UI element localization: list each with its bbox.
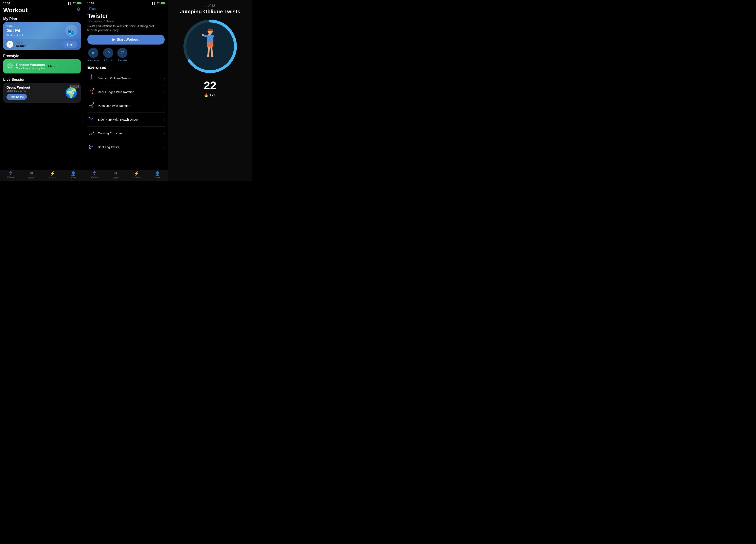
favorite-option[interactable]: Favorite (117, 48, 127, 62)
svg-point-55 (202, 34, 204, 36)
start-workout-button[interactable]: ▶ Start Workout (87, 35, 165, 44)
announcer-option[interactable]: Announcer (87, 48, 99, 62)
exercises-title: Exercises (87, 65, 165, 70)
shoe-icon: 👟 (65, 25, 77, 37)
announcer-label: Announcer (87, 59, 99, 62)
svg-rect-11 (31, 172, 32, 174)
tab-library-2[interactable]: Library (105, 171, 126, 179)
plan-start-button[interactable]: Start (62, 41, 77, 48)
freestyle-label: Freestyle (0, 52, 84, 59)
exercise-name-1: Rear Lunges With Rotation (98, 90, 134, 94)
exercise-left-0: Jumping Oblique Twists (87, 74, 130, 83)
svg-point-20 (93, 88, 94, 89)
activity-tab-icon: ⚡ (50, 171, 55, 176)
exercise-item-0[interactable]: Jumping Oblique Twists › (87, 71, 165, 85)
svg-line-30 (91, 105, 92, 107)
tab-workout[interactable]: ⏱ Workout (0, 171, 21, 179)
tab-library[interactable]: Library (21, 171, 42, 179)
workout-tab-label-2: Workout (91, 176, 98, 178)
svg-point-4 (12, 64, 12, 65)
signal-icon-2: ▌▌ (152, 2, 156, 4)
svg-point-36 (93, 131, 94, 133)
tab-activity-2[interactable]: ⚡ Activity (126, 171, 147, 179)
gear-icon[interactable]: ⚙ (77, 7, 81, 12)
profile-tab-icon: 👤 (71, 171, 76, 176)
shoe-emoji: 👟 (68, 27, 75, 34)
tab-workout-2[interactable]: ⏱ Workout (84, 171, 105, 179)
detail-scroll-area: Twister 12 exercises, 7:50 min Twists an… (84, 12, 168, 169)
svg-line-16 (90, 76, 91, 77)
exercise-name-5: Bent Leg Twists (98, 145, 119, 149)
exercise-ring (182, 18, 238, 75)
tab-activity[interactable]: ⚡ Activity (42, 171, 63, 179)
svg-point-14 (91, 74, 92, 76)
exercise-item-1[interactable]: Rear Lunges With Rotation › (87, 85, 165, 99)
exercise-counter: 1 of 12 (205, 4, 215, 8)
next-up-label: Next up (15, 41, 26, 44)
back-button[interactable]: ‹ Plan (84, 5, 168, 12)
exercise-item-3[interactable]: Side Plank With Reach Under › (87, 113, 165, 126)
tab-profile-2[interactable]: 👤 Profile (147, 171, 168, 179)
svg-point-8 (8, 67, 9, 68)
status-bar-1: 10:50 ▌▌ (0, 0, 84, 5)
library-tab-label-2: Library (112, 177, 119, 179)
chevron-right-icon-3: › (164, 118, 165, 121)
freestyle-info: Random Workouts Something fresh every ti… (16, 63, 46, 70)
svg-line-21 (92, 89, 93, 91)
plan-card[interactable]: WEEK 1 Get Fit Workout 2 of 2 👟 ↻ Next u… (3, 22, 81, 50)
exercise-figure-4 (87, 129, 95, 138)
live-card[interactable]: Group Workout Starts at 11:00 AM Remind … (3, 83, 81, 103)
svg-line-34 (91, 119, 91, 121)
exercise-item-5[interactable]: Bent Leg Twists › (87, 140, 165, 154)
tab-profile[interactable]: 👤 Profile (63, 171, 84, 179)
panel-workout-home: 10:50 ▌▌ Workout ⚙ My Plan WEEK 1 Get Fi… (0, 0, 84, 181)
freestyle-free-badge: FREE (48, 65, 57, 68)
panel-workout-detail: 10:51 ▌▌ ‹ Plan Twister 12 exercises, 7:… (84, 0, 168, 181)
svg-point-2 (8, 64, 9, 65)
svg-line-19 (91, 78, 92, 79)
activity-tab-label-2: Activity (133, 176, 140, 179)
exercise-figure-3 (87, 115, 95, 124)
exercise-content: 1 of 12 Jumping Oblique Twists (168, 0, 252, 181)
page-header: Workout ⚙ (0, 5, 84, 15)
circuit-label: 1 Circuit (104, 59, 113, 62)
status-icons-2: ▌▌ (152, 2, 165, 5)
page-title: Workout (3, 7, 28, 14)
favorite-label: Favorite (118, 59, 127, 62)
circuit-option[interactable]: 1 Circuit (103, 48, 113, 62)
freestyle-card[interactable]: Random Workouts Something fresh every ti… (3, 59, 81, 73)
plan-card-top: WEEK 1 Get Fit Workout 2 of 2 👟 (3, 22, 81, 39)
exercises-section: Exercises Jumping Oblique Twists (84, 65, 168, 156)
exercise-item-4[interactable]: Twisting Crunches › (87, 126, 165, 140)
svg-point-31 (89, 117, 90, 118)
svg-point-61 (211, 55, 213, 57)
svg-rect-12 (32, 172, 33, 174)
svg-line-27 (92, 104, 93, 105)
time-2: 10:51 (87, 2, 94, 5)
start-workout-label: Start Workout (117, 38, 139, 42)
plan-info: WEEK 1 Get Fit Workout 2 of 2 (6, 25, 23, 37)
workout-meta: 12 exercises, 7:50 min (84, 20, 168, 24)
chevron-right-icon-2: › (164, 104, 165, 108)
live-section-label: Live Session (0, 76, 84, 83)
calorie-value: 1 cal (210, 93, 216, 97)
library-tab-icon (30, 171, 34, 176)
live-time: Starts at 11:00 AM (6, 89, 30, 92)
refresh-icon: ↻ (6, 41, 13, 48)
remind-me-button[interactable]: Remind Me (6, 94, 27, 100)
profile-tab-label-2: Profile (155, 176, 160, 179)
svg-line-24 (93, 93, 94, 94)
svg-point-1 (10, 65, 11, 66)
exercise-figure-display (190, 24, 230, 69)
plan-card-bottom: ↻ Next up Twister Start (3, 39, 81, 50)
exercise-item-2[interactable]: Push-Ups With Rotation › (87, 99, 165, 113)
chevron-right-icon-0: › (164, 76, 165, 80)
svg-line-22 (90, 90, 92, 91)
fire-icon: 🔥 (204, 93, 208, 97)
exercise-character (197, 28, 223, 65)
activity-tab-label: Activity (49, 176, 56, 179)
tab-bar-2: ⏱ Workout Library ⚡ Activity 👤 Profile (84, 169, 168, 181)
svg-line-33 (91, 118, 94, 119)
plan-name: Get Fit (6, 28, 23, 33)
panel-exercise-view: 1 of 12 Jumping Oblique Twists (168, 0, 252, 181)
